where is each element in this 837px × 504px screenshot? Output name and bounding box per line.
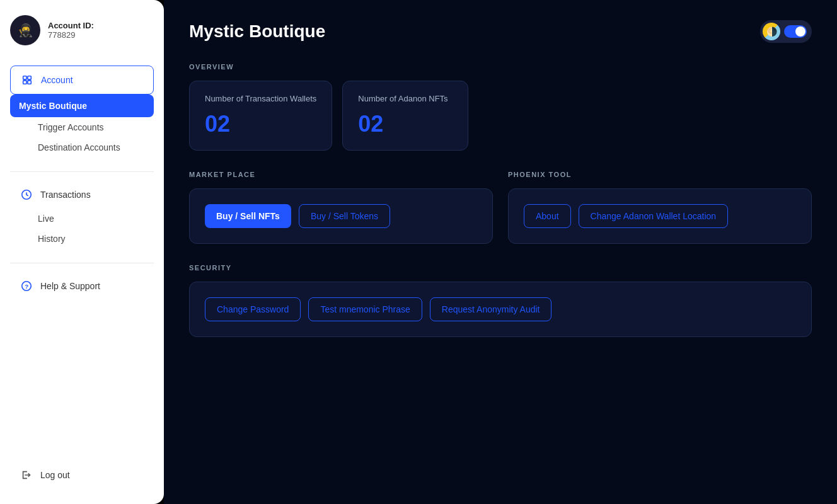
marketplace-section: MARKET PLACE Buy / Sell NFTs Buy / Sell … <box>189 171 493 244</box>
sidebar-header: 🥷 Account ID: 778829 <box>10 15 154 45</box>
svg-rect-0 <box>23 76 26 79</box>
stat-card-nfts: Number of Adanon NFTs 02 <box>342 81 468 151</box>
avatar: 🥷 <box>10 15 40 45</box>
sidebar-item-destination-accounts[interactable]: Destination Accounts <box>10 137 154 158</box>
security-label: SECURITY <box>189 264 812 272</box>
sidebar-item-transactions[interactable]: Transactions <box>10 181 154 209</box>
nav-group-account: Account Mystic Boutique Trigger Accounts… <box>10 66 154 158</box>
overview-label: OVERVIEW <box>189 63 812 71</box>
sidebar-item-account[interactable]: Account <box>10 66 154 94</box>
stat-nfts-value: 02 <box>358 111 453 137</box>
logout-button[interactable]: Log out <box>10 461 154 489</box>
stat-wallets-value: 02 <box>205 111 316 137</box>
sidebar-item-trigger-accounts[interactable]: Trigger Accounts <box>10 117 154 137</box>
overview-cards: Number of Transaction Wallets 02 Number … <box>189 81 812 151</box>
security-panel: Change Password Test mnemonic Phrase Req… <box>189 282 812 337</box>
nav-group-help: ? Help & Support <box>10 272 154 300</box>
buy-sell-nfts-button[interactable]: Buy / Sell NFTs <box>205 204 291 228</box>
stat-nfts-label: Number of Adanon NFTs <box>358 94 453 103</box>
phoenix-panel: About Change Adanon Wallet Location <box>508 188 812 244</box>
svg-rect-2 <box>23 81 26 84</box>
stat-card-wallets: Number of Transaction Wallets 02 <box>189 81 332 151</box>
security-section: SECURITY Change Password Test mnemonic P… <box>189 264 812 337</box>
account-icon <box>20 72 35 88</box>
buy-sell-tokens-button[interactable]: Buy / Sell Tokens <box>299 204 390 228</box>
sidebar-item-mystic-boutique[interactable]: Mystic Boutique <box>10 94 154 117</box>
about-button[interactable]: About <box>524 204 571 228</box>
logout-icon <box>19 467 34 483</box>
page-title: Mystic Boutique <box>189 21 325 42</box>
svg-rect-3 <box>28 81 31 84</box>
sidebar-item-history[interactable]: History <box>10 229 154 249</box>
svg-text:?: ? <box>25 283 28 290</box>
help-icon: ? <box>19 278 34 294</box>
main-content: Mystic Boutique 🌗 OVERVIEW Number of Tra… <box>164 0 837 504</box>
toggle-thumb <box>795 26 805 37</box>
marketplace-phoenix-row: MARKET PLACE Buy / Sell NFTs Buy / Sell … <box>189 171 812 244</box>
divider-2 <box>10 263 154 263</box>
sidebar-item-live[interactable]: Live <box>10 209 154 229</box>
sidebar: 🥷 Account ID: 778829 Account My <box>0 0 164 504</box>
transactions-icon <box>19 187 34 202</box>
marketplace-panel: Buy / Sell NFTs Buy / Sell Tokens <box>189 188 493 244</box>
account-id-value: 778829 <box>48 30 94 40</box>
main-header: Mystic Boutique 🌗 <box>189 20 812 43</box>
change-wallet-location-button[interactable]: Change Adanon Wallet Location <box>579 204 729 228</box>
account-id-label: Account ID: <box>48 21 94 30</box>
divider-1 <box>10 171 154 172</box>
phoenix-label: PHOENIX TOOL <box>508 171 812 178</box>
theme-icon: 🌗 <box>763 23 780 40</box>
stat-wallets-label: Number of Transaction Wallets <box>205 94 316 103</box>
account-info: Account ID: 778829 <box>48 21 94 40</box>
marketplace-label: MARKET PLACE <box>189 171 493 178</box>
phoenix-section: PHOENIX TOOL About Change Adanon Wallet … <box>508 171 812 244</box>
request-audit-button[interactable]: Request Anonymity Audit <box>430 297 552 321</box>
toggle-track[interactable] <box>784 25 807 38</box>
test-mnemonic-button[interactable]: Test mnemonic Phrase <box>308 297 422 321</box>
svg-rect-1 <box>28 76 31 79</box>
theme-toggle[interactable]: 🌗 <box>760 20 812 43</box>
change-password-button[interactable]: Change Password <box>205 297 301 321</box>
nav-section: Account Mystic Boutique Trigger Accounts… <box>10 66 154 461</box>
nav-group-transactions: Transactions Live History <box>10 181 154 249</box>
sidebar-item-help-support[interactable]: ? Help & Support <box>10 272 154 300</box>
